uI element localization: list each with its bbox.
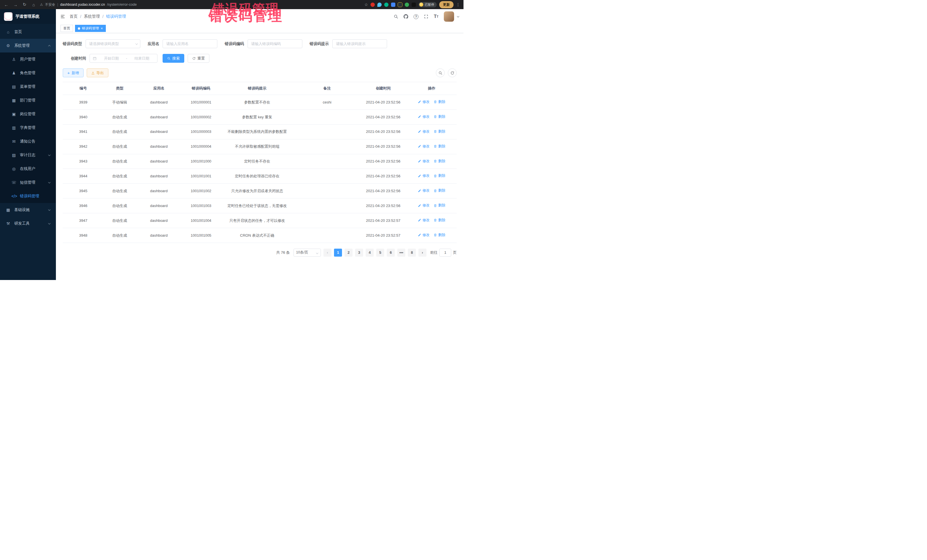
tab-home[interactable]: 首页 [61, 25, 73, 32]
extension-icon[interactable] [384, 3, 389, 7]
browser-reload-button[interactable]: ↻ [22, 2, 27, 7]
sidebar-item-sms[interactable]: ☏ 短信管理 [0, 176, 56, 189]
sidebar-item-users[interactable]: ♙ 用户管理 [0, 52, 56, 66]
extension-icon[interactable] [391, 3, 395, 7]
browser-back-button[interactable]: ← [3, 2, 9, 7]
edit-link[interactable]: 修改 [418, 129, 430, 134]
edit-link[interactable]: 修改 [418, 188, 430, 193]
extension-icon[interactable] [371, 3, 375, 7]
error-hint-input[interactable] [332, 39, 387, 48]
sidebar-item-notices[interactable]: ✉ 通知公告 [0, 135, 56, 148]
delete-link[interactable]: 删除 [433, 188, 445, 193]
error-type-select[interactable] [85, 39, 140, 48]
error-code-field[interactable] [248, 39, 302, 48]
toggle-search-button[interactable] [436, 68, 445, 77]
delete-link[interactable]: 删除 [433, 217, 445, 223]
next-page-button[interactable]: › [418, 249, 426, 256]
sidebar-item-posts[interactable]: ▣ 岗位管理 [0, 107, 56, 121]
sidebar-item-system-management[interactable]: ⚙ 系统管理 [0, 39, 56, 52]
extension-icon[interactable] [377, 3, 381, 7]
sidebar-collapse-button[interactable] [61, 14, 65, 19]
reset-button[interactable]: 重置 [188, 54, 209, 63]
search-icon[interactable] [394, 14, 398, 19]
edit-link[interactable]: 修改 [418, 159, 430, 164]
page-button-1[interactable]: 1 [334, 249, 342, 256]
page-button-8[interactable]: 8 [408, 249, 416, 256]
date-range-picker[interactable]: 开始日期 - 结束日期 [90, 54, 158, 63]
more-pages-button[interactable]: ••• [397, 249, 405, 256]
app-logo[interactable]: 芋道管理系统 [0, 9, 56, 24]
edit-link[interactable]: 修改 [418, 99, 430, 105]
error-type-select-input[interactable] [85, 39, 140, 48]
edit-link[interactable]: 修改 [418, 232, 430, 238]
sidebar: 芋道管理系统 ⌂ 首页 ⚙ 系统管理 ♙ 用户管理 ♟ 角色管理 [0, 9, 56, 280]
delete-link[interactable]: 删除 [433, 144, 445, 149]
close-tab-icon[interactable]: × [101, 27, 103, 30]
sidebar-item-error-code[interactable]: </> 错误码管理 [0, 189, 56, 203]
sidebar-item-roles[interactable]: ♟ 角色管理 [0, 66, 56, 80]
sidebar-item-dictionary[interactable]: ▥ 字典管理 [0, 121, 56, 135]
delete-link[interactable]: 删除 [433, 173, 445, 179]
browser-home-button[interactable]: ⌂ [31, 2, 36, 7]
edit-link[interactable]: 修改 [418, 173, 430, 179]
code-icon: </> [11, 194, 16, 199]
extension-icon[interactable] [405, 3, 409, 7]
sidebar-item-menus[interactable]: ▤ 菜单管理 [0, 80, 56, 94]
edit-link[interactable]: 修改 [418, 217, 430, 223]
browser-menu-icon[interactable]: ⋮ [456, 2, 460, 7]
github-icon[interactable] [404, 14, 408, 19]
user-avatar[interactable] [444, 11, 454, 22]
edit-link[interactable]: 修改 [418, 144, 430, 149]
page-button-5[interactable]: 5 [376, 249, 384, 256]
sidebar-item-online-users[interactable]: ◎ 在线用户 [0, 162, 56, 176]
delete-link[interactable]: 删除 [433, 203, 445, 208]
fullscreen-icon[interactable] [424, 14, 429, 19]
refresh-table-button[interactable] [448, 68, 457, 77]
sidebar-item-infrastructure[interactable]: ▩ 基础设施 [0, 203, 56, 217]
breadcrumb-separator: / [80, 14, 81, 19]
avatar-caret-icon[interactable] [457, 15, 459, 17]
page-button-2[interactable]: 2 [345, 249, 353, 256]
browser-update-button[interactable]: 更新 [439, 1, 453, 8]
extension-icon[interactable] [412, 3, 416, 7]
error-code-input[interactable] [248, 39, 302, 48]
tab-error-code[interactable]: 错误码管理 × [75, 25, 106, 32]
app-name-field[interactable] [163, 39, 217, 48]
delete-link[interactable]: 删除 [433, 232, 445, 238]
date-range-separator: - [126, 56, 127, 61]
prev-page-button[interactable]: ‹ [324, 249, 331, 256]
page-size-select[interactable] [293, 249, 321, 256]
table-row: 3947 自动生成 dashboard 1001001004 只有开启状态的任务… [63, 213, 457, 228]
sidebar-item-audit-log[interactable]: ▨ 审计日志 [0, 148, 56, 162]
edit-link[interactable]: 修改 [418, 114, 430, 120]
delete-link[interactable]: 删除 [433, 114, 445, 120]
sidebar-item-departments[interactable]: ▦ 部门管理 [0, 94, 56, 107]
search-button[interactable]: 搜索 [163, 54, 184, 63]
address-bar[interactable]: ⚠ 不安全 | dashboard.yudao.iocoder.cn/syste… [40, 2, 361, 7]
sidebar-item-home[interactable]: ⌂ 首页 [0, 25, 56, 39]
sidebar-item-dev-tools[interactable]: ⚒ 研发工具 [0, 217, 56, 231]
profile-paused-badge[interactable]: 已暂停 [418, 2, 437, 8]
help-icon[interactable]: ? [413, 14, 418, 19]
extension-icon[interactable] [398, 3, 402, 7]
breadcrumb-item[interactable]: 系统管理 [84, 14, 100, 19]
page-button-4[interactable]: 4 [366, 249, 374, 256]
bookmark-star-icon[interactable]: ☆ [364, 2, 368, 7]
delete-link[interactable]: 删除 [433, 129, 445, 134]
tags-view-bar: 首页 错误码管理 × [56, 24, 464, 33]
add-button[interactable]: + 新增 [63, 68, 84, 77]
page-button-3[interactable]: 3 [355, 249, 363, 256]
app-name-input[interactable] [163, 39, 217, 48]
error-hint-field[interactable] [332, 39, 387, 48]
export-button[interactable]: 导出 [87, 68, 108, 77]
goto-page-input[interactable] [439, 249, 451, 256]
profile-avatar-icon [419, 3, 423, 6]
delete-link[interactable]: 删除 [433, 159, 445, 164]
browser-forward-button[interactable]: → [12, 2, 18, 7]
edit-link[interactable]: 修改 [418, 203, 430, 208]
font-size-icon[interactable]: TT [434, 14, 438, 19]
breadcrumb-item[interactable]: 首页 [70, 14, 78, 19]
page-size-input[interactable] [293, 249, 321, 256]
page-button-6[interactable]: 6 [387, 249, 395, 256]
delete-link[interactable]: 删除 [433, 99, 445, 105]
